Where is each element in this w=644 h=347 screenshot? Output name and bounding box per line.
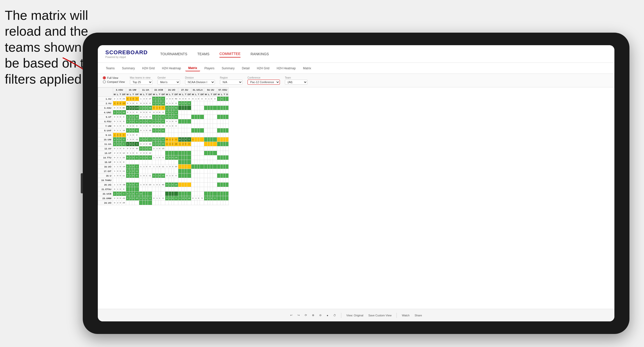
sub-nav-matrix2[interactable]: Matrix xyxy=(300,66,314,71)
matrix-cell: 36 xyxy=(122,110,126,115)
matrix-cell xyxy=(178,124,182,128)
matrix-cell: 0 xyxy=(152,106,156,110)
matrix-cell xyxy=(223,169,226,173)
sub-nav-players[interactable]: Players xyxy=(201,66,217,71)
matrix-cell xyxy=(152,151,156,155)
table-row: 8. UAF0111420000101511011 xyxy=(98,128,229,133)
nav-bar: SCOREBOARD Powered by clippd TOURNAMENTS… xyxy=(98,45,614,63)
save-custom-label: Save Custom View xyxy=(368,314,392,317)
matrix-cell xyxy=(148,201,152,205)
filters-row: Full View Compact View Max teams in view… xyxy=(98,74,614,87)
max-teams-select[interactable]: Top 25 Top 50 All xyxy=(130,80,152,85)
matrix-cell xyxy=(174,133,178,137)
nav-committee[interactable]: COMMITTEE xyxy=(219,50,240,57)
conference-select[interactable]: Pac-12 Conference (All) ACC Big Ten xyxy=(248,80,280,85)
matrix-cell xyxy=(217,183,220,187)
matrix-cell: 0 xyxy=(119,101,122,106)
region-select[interactable]: N/A East West South Midwest xyxy=(220,80,243,85)
nav-tournaments[interactable]: TOURNAMENTS xyxy=(160,51,187,57)
view-original-button[interactable]: View: Original xyxy=(346,314,363,317)
matrix-cell: 0 xyxy=(119,106,122,110)
sub-t: T xyxy=(132,92,135,97)
matrix-cell: 1 xyxy=(158,183,161,187)
nav-teams[interactable]: TEAMS xyxy=(197,51,209,57)
matrix-cell xyxy=(210,124,213,128)
nav-rankings[interactable]: RANKINGS xyxy=(251,51,269,57)
save-custom-button[interactable]: Save Custom View xyxy=(368,314,392,317)
sub-nav-h2h-grid[interactable]: H2H Grid xyxy=(139,66,158,71)
table-row: 18. U10011110010111010130100 xyxy=(98,173,229,178)
sub-nav-summary[interactable]: Summary xyxy=(119,66,138,71)
settings-button[interactable]: ● xyxy=(327,314,328,317)
sub-nav-matrix[interactable]: Matrix xyxy=(185,65,200,71)
sub-nav-summary2[interactable]: Summary xyxy=(219,66,237,71)
zoom-in-button[interactable]: ⊕ xyxy=(312,314,314,317)
team-select[interactable]: (All) xyxy=(285,80,307,85)
matrix-cell xyxy=(210,169,213,173)
matrix-cell xyxy=(197,151,200,155)
sub-nav-detail[interactable]: Detail xyxy=(239,66,253,71)
matrix-cell: 0 xyxy=(165,119,169,124)
matrix-cell: 0 xyxy=(132,101,135,106)
sub-nav-h2h-heatmap[interactable]: H2H Heatmap xyxy=(159,66,184,71)
full-view-radio[interactable]: Full View xyxy=(103,76,125,79)
matrix-cell: 2 xyxy=(165,97,169,101)
zoom-out-button[interactable]: ⊖ xyxy=(319,314,321,317)
matrix-cell: 1 xyxy=(156,196,158,201)
matrix-cell: 0 xyxy=(174,115,178,119)
matrix-cell: 0 xyxy=(113,106,117,110)
matrix-cell xyxy=(223,115,226,119)
matrix-cell: 0 xyxy=(126,97,129,101)
matrix-content[interactable]: 3. ASU 10. UW 11. UA 22. UCB 24. UO 27. … xyxy=(98,87,614,309)
matrix-cell: 1 xyxy=(195,196,197,201)
matrix-cell xyxy=(135,178,139,183)
matrix-cell: 1 xyxy=(129,97,132,101)
matrix-cell: 1 xyxy=(158,137,161,142)
matrix-cell xyxy=(220,164,223,169)
refresh-button[interactable]: ⟳ xyxy=(305,314,307,317)
matrix-cell xyxy=(174,146,178,151)
compact-view-radio[interactable]: Compact View xyxy=(103,80,125,83)
matrix-cell: 0 xyxy=(171,106,174,110)
sub-w: W xyxy=(139,92,143,97)
matrix-cell xyxy=(191,183,195,187)
undo-button[interactable]: ↩ xyxy=(290,314,292,317)
matrix-cell: 0 xyxy=(148,119,152,124)
row-label: 13. UT xyxy=(98,151,113,155)
matrix-cell: 0 xyxy=(119,196,122,201)
matrix-cell: 2 xyxy=(139,151,143,155)
sub-w: W xyxy=(152,92,156,97)
matrix-cell: 0 xyxy=(148,110,152,115)
matrix-cell xyxy=(182,155,184,160)
gender-select[interactable]: Men's Women's xyxy=(157,80,180,85)
matrix-cell xyxy=(210,110,213,115)
share-button[interactable]: Share xyxy=(415,314,422,317)
matrix-cell xyxy=(178,169,182,173)
matrix-cell: 1 xyxy=(207,196,210,201)
matrix-cell xyxy=(165,169,169,173)
redo-button[interactable]: ↪ xyxy=(297,314,300,317)
matrix-cell: -12 xyxy=(122,101,126,106)
matrix-cell: 29 xyxy=(174,155,178,160)
matrix-cell xyxy=(200,169,204,173)
matrix-cell: 3 xyxy=(129,137,132,142)
row-label: 24. UO xyxy=(98,201,113,205)
matrix-cell xyxy=(182,201,184,205)
watch-button[interactable]: Watch xyxy=(402,314,410,317)
matrix-cell: 1 xyxy=(126,137,129,142)
matrix-cell xyxy=(184,151,187,155)
matrix-cell xyxy=(217,128,220,133)
row-label: 20. UG xyxy=(98,183,113,187)
matrix-cell xyxy=(182,164,184,169)
division-label: Division xyxy=(185,76,215,79)
matrix-cell: 0 xyxy=(143,183,145,187)
sub-nav-teams[interactable]: Teams xyxy=(103,66,118,71)
matrix-cell: 0 xyxy=(119,192,122,196)
matrix-cell: 0 xyxy=(204,97,208,101)
clock-button[interactable]: ⏱ xyxy=(333,314,336,317)
matrix-cell xyxy=(171,169,174,173)
sub-nav-h2h-grid2[interactable]: H2H Grid xyxy=(254,66,272,71)
division-select[interactable]: NCAA Division I NCAA Division II NCAA Di… xyxy=(185,80,215,85)
matrix-cell: 1 xyxy=(169,196,172,201)
sub-nav-h2h-heatmap2[interactable]: H2H Heatmap xyxy=(274,66,299,71)
